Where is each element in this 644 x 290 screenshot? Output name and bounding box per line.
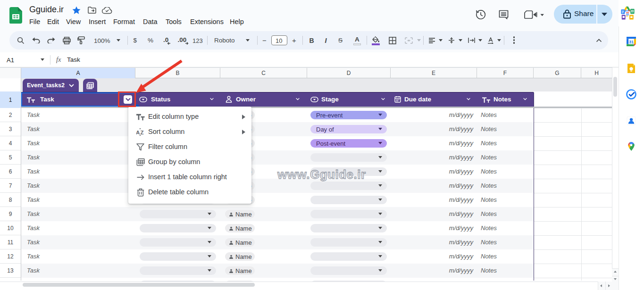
svg-text:A: A	[136, 130, 140, 135]
svg-text:31: 31	[629, 40, 634, 44]
svg-text:Z: Z	[141, 130, 144, 135]
